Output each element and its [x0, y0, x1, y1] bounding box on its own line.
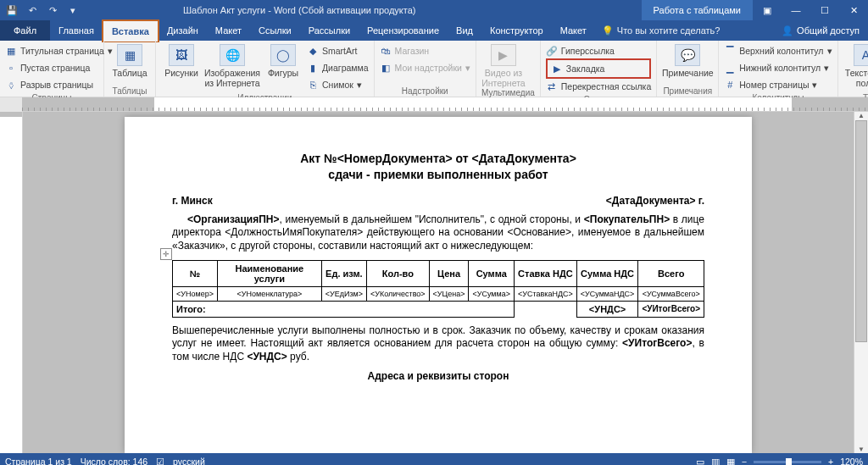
share-button[interactable]: 👤Общий доступ	[773, 25, 868, 36]
window-buttons: ▣ — ☐ ✕	[753, 0, 868, 20]
horizontal-ruler[interactable]	[22, 97, 868, 112]
zoom-slider[interactable]	[754, 461, 821, 463]
hyperlink-button[interactable]: 🔗Гиперссылка	[546, 42, 651, 59]
document-canvas[interactable]: Акт №<НомерДокумента> от <ДатаДокумента>…	[23, 112, 854, 453]
group-pages: ▦Титульная страница▾ ▫Пустая страница ⎀Р…	[0, 41, 104, 97]
shapes-button[interactable]: ◯Фигуры	[263, 42, 303, 93]
tab-references[interactable]: Ссылки	[250, 20, 300, 41]
language[interactable]: русский	[173, 457, 205, 465]
scrollbar-thumb[interactable]	[855, 120, 867, 342]
page[interactable]: Акт №<НомерДокумента> от <ДатаДокумента>…	[125, 117, 752, 453]
video-icon: ▶	[491, 44, 516, 66]
break-icon: ⎀	[5, 79, 17, 91]
bookmark-icon: ▶	[551, 63, 563, 75]
group-media: ▶Видео из Интернета Мультимедиа	[476, 41, 541, 97]
tab-file[interactable]: Файл	[0, 20, 50, 41]
group-links: 🔗Гиперссылка ▶Закладка ⇄Перекрестная ссы…	[541, 41, 657, 97]
view-read-icon[interactable]: ▭	[696, 457, 704, 465]
tab-design[interactable]: Дизайн	[159, 20, 207, 41]
smartart-button[interactable]: ◆SmartArt	[307, 42, 369, 59]
date-label[interactable]: <ДатаДокумента> г.	[606, 195, 704, 207]
table-header-row[interactable]: № Наименование услуги Ед. изм. Кол-во Це…	[173, 260, 704, 286]
bulb-icon: 💡	[602, 25, 614, 36]
cover-page-button[interactable]: ▦Титульная страница▾	[5, 42, 113, 59]
group-caption: Надстройки	[380, 86, 470, 97]
footer-icon: ▁	[724, 62, 736, 74]
zoom-in-button[interactable]: +	[828, 457, 833, 465]
bookmark-button[interactable]: ▶Закладка	[546, 58, 651, 79]
tell-me[interactable]: 💡Что вы хотите сделать?	[602, 25, 721, 36]
table-button[interactable]: ▦Таблица	[109, 42, 150, 86]
screenshot-button[interactable]: ⎘Снимок▾	[307, 76, 369, 93]
proofing-icon[interactable]: ☑	[156, 457, 164, 465]
group-addins: 🛍Магазин ◧Мои надстройки▾ Надстройки	[375, 41, 476, 97]
city-date-row[interactable]: г. Минск <ДатаДокумента> г.	[172, 195, 704, 207]
doc-title[interactable]: Акт №<НомерДокумента> от <ДатаДокумента>…	[172, 151, 704, 183]
services-table[interactable]: № Наименование услуги Ед. изм. Кол-во Це…	[172, 260, 704, 318]
store-icon: 🛍	[380, 45, 392, 57]
tab-mailings[interactable]: Рассылки	[300, 20, 359, 41]
close-button[interactable]: ✕	[839, 0, 868, 20]
city-label[interactable]: г. Минск	[172, 195, 213, 207]
group-caption: Примечания	[662, 86, 713, 97]
shapes-icon: ◯	[270, 44, 296, 66]
tab-insert[interactable]: Вставка	[103, 20, 159, 42]
intro-paragraph[interactable]: <ОрганизацияПН>, именуемый в дальнейшем …	[172, 213, 704, 253]
tab-table-layout[interactable]: Макет	[552, 20, 595, 41]
store-button[interactable]: 🛍Магазин	[380, 42, 470, 59]
ribbon: ▦Титульная страница▾ ▫Пустая страница ⎀Р…	[0, 41, 868, 97]
summary-paragraph[interactable]: Вышеперечисленные услуги выполнены полно…	[172, 324, 704, 364]
page-break-button[interactable]: ⎀Разрыв страницы	[5, 76, 113, 93]
addin-icon: ◧	[380, 62, 392, 74]
chart-button[interactable]: ▮Диаграмма	[307, 59, 369, 76]
online-video-button[interactable]: ▶Видео из Интернета	[481, 42, 526, 88]
cross-reference-button[interactable]: ⇄Перекрестная ссылка	[546, 78, 651, 95]
tab-layout[interactable]: Макет	[207, 20, 250, 41]
text-box-button[interactable]: AТекстовое поле	[843, 42, 869, 93]
window-title: Шаблон Акт услуги - Word (Сбой активации…	[81, 5, 642, 15]
title-bar: 💾 ↶ ↷ ▾ Шаблон Акт услуги - Word (Сбой а…	[0, 0, 868, 20]
table-anchor[interactable]: № Наименование услуги Ед. изм. Кол-во Це…	[172, 260, 704, 318]
vertical-scrollbar[interactable]: ▲ ▼	[854, 112, 868, 453]
redo-icon[interactable]: ↷	[44, 2, 61, 19]
table-icon: ▦	[117, 44, 142, 66]
maximize-button[interactable]: ☐	[810, 0, 839, 20]
page-number-button[interactable]: #Номер страницы▾	[724, 76, 832, 93]
ribbon-display-icon[interactable]: ▣	[753, 0, 782, 20]
save-icon[interactable]: 💾	[3, 2, 20, 19]
word-count[interactable]: Число слов: 146	[81, 457, 147, 465]
addresses-heading[interactable]: Адреса и реквизиты сторон	[172, 370, 704, 382]
group-illustrations: 🖼Рисунки 🌐Изображения из Интернета ◯Фигу…	[156, 41, 375, 97]
page-icon: ▫	[5, 62, 17, 74]
tab-home[interactable]: Главная	[50, 20, 103, 41]
my-addins-button[interactable]: ◧Мои надстройки▾	[380, 59, 470, 76]
tab-table-design[interactable]: Конструктор	[481, 20, 552, 41]
smartart-icon: ◆	[307, 45, 319, 57]
vertical-ruler[interactable]	[0, 112, 23, 453]
minimize-button[interactable]: —	[782, 0, 810, 20]
zoom-out-button[interactable]: −	[742, 457, 747, 465]
page-icon: ▦	[5, 45, 17, 57]
group-caption: Таблицы	[109, 86, 150, 97]
comment-button[interactable]: 💬Примечание	[662, 42, 713, 86]
link-icon: 🔗	[546, 45, 558, 57]
blank-page-button[interactable]: ▫Пустая страница	[5, 59, 113, 76]
header-button[interactable]: ▔Верхний колонтитул▾	[724, 42, 832, 59]
table-footer-row[interactable]: Итого: <УНДС> <УИтогВсего>	[173, 301, 704, 317]
comment-icon: 💬	[675, 44, 700, 66]
tab-view[interactable]: Вид	[448, 20, 481, 41]
online-pictures-button[interactable]: 🌐Изображения из Интернета	[205, 42, 259, 93]
undo-icon[interactable]: ↶	[24, 2, 41, 19]
footer-button[interactable]: ▁Нижний колонтитул▾	[724, 59, 832, 76]
pictures-button[interactable]: 🖼Рисунки	[161, 42, 202, 93]
table-data-row[interactable]: <УНомер> <УНоменклатура> <УЕдИзм> <УКоли…	[173, 286, 704, 301]
tab-review[interactable]: Рецензирование	[359, 20, 448, 41]
picture-icon: 🖼	[169, 44, 194, 66]
qat-more-icon[interactable]: ▾	[64, 2, 81, 19]
view-web-icon[interactable]: ▦	[726, 457, 735, 465]
view-print-icon[interactable]: ▥	[711, 457, 720, 465]
group-header-footer: ▔Верхний колонтитул▾ ▁Нижний колонтитул▾…	[719, 41, 837, 97]
page-count[interactable]: Страница 1 из 1	[5, 457, 72, 465]
share-icon: 👤	[782, 25, 793, 36]
zoom-level[interactable]: 120%	[840, 457, 863, 465]
